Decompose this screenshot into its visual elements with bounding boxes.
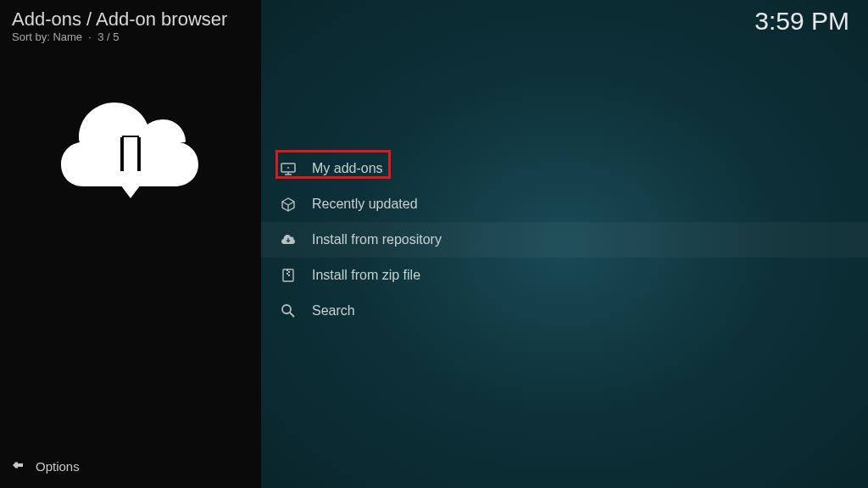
svg-rect-31 — [288, 271, 290, 273]
breadcrumb: Add-ons / Add-on browser — [12, 8, 227, 30]
svg-point-28 — [287, 167, 289, 169]
menu-item-my-addons[interactable]: My add-ons — [261, 151, 868, 186]
download-cloud-icon — [54, 93, 207, 215]
search-icon — [280, 302, 297, 319]
options-icon — [12, 458, 25, 474]
options-button[interactable]: Options — [12, 458, 80, 474]
monitor-icon — [280, 160, 297, 177]
menu-list: My add-ons Recently updated Install from… — [261, 151, 868, 329]
menu-item-label: Install from zip file — [312, 268, 420, 283]
clock: 3:59 PM — [754, 7, 849, 36]
position-indicator: 3 / 5 — [97, 30, 119, 43]
svg-rect-33 — [288, 274, 290, 276]
sort-label: Sort by: Name — [12, 30, 82, 43]
menu-item-label: Search — [312, 303, 355, 319]
main-panel: 3:59 PM My add-ons Recently updated Inst… — [261, 0, 868, 488]
menu-item-search[interactable]: Search — [261, 293, 868, 329]
separator: · — [86, 30, 97, 43]
svg-rect-20 — [124, 137, 137, 175]
menu-item-install-repository[interactable]: Install from repository — [261, 222, 868, 258]
menu-item-install-zip[interactable]: Install from zip file — [261, 258, 868, 293]
svg-point-34 — [282, 305, 291, 313]
cloud-download-icon — [280, 231, 297, 248]
sidebar: Add-ons / Add-on browser Sort by: Name ·… — [0, 0, 261, 488]
menu-item-label: Install from repository — [312, 232, 442, 247]
svg-rect-30 — [287, 269, 288, 271]
menu-item-label: My add-ons — [312, 161, 383, 176]
options-label: Options — [36, 459, 80, 474]
zip-icon — [280, 267, 297, 284]
header: Add-ons / Add-on browser Sort by: Name ·… — [12, 8, 227, 43]
menu-item-recently-updated[interactable]: Recently updated — [261, 186, 868, 222]
sort-info: Sort by: Name · 3 / 5 — [12, 30, 227, 43]
svg-rect-32 — [287, 273, 288, 274]
box-icon — [280, 196, 297, 213]
svg-marker-23 — [13, 462, 16, 469]
svg-line-35 — [290, 313, 294, 317]
menu-item-label: Recently updated — [312, 197, 418, 212]
